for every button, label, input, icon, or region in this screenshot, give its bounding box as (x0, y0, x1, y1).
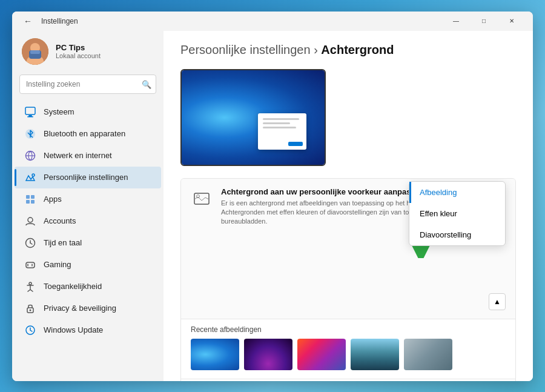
persoonlijk-icon (24, 171, 36, 184)
svg-point-24 (31, 264, 33, 265)
sidebar-item-persoonlijk[interactable]: Persoonlijke instellingen (15, 167, 161, 188)
thumbnail-2[interactable] (244, 339, 292, 370)
sidebar-item-privacy[interactable]: Privacy & beveiliging (15, 297, 161, 319)
avatar-svg (22, 38, 48, 65)
privacy-label: Privacy & beveiliging (44, 304, 116, 313)
preview-line-1 (263, 118, 299, 120)
user-info: PC Tips Lokaal account (56, 43, 101, 59)
window-controls: — □ ✕ (442, 12, 526, 31)
sidebar-item-update[interactable]: Windows Update (15, 319, 161, 341)
svg-rect-15 (31, 200, 35, 204)
choose-photo-row: Een foto kiezen Door foto's bladeren (181, 379, 515, 381)
user-name: PC Tips (56, 43, 101, 52)
svg-rect-30 (194, 193, 209, 204)
sidebar: PC Tips Lokaal account 🔍 Systeem Bluet (12, 31, 164, 381)
privacy-icon (24, 302, 36, 314)
svg-rect-13 (31, 195, 35, 199)
gaming-label: Gaming (44, 260, 71, 269)
sidebar-item-netwerk[interactable]: Netwerk en internet (15, 145, 161, 167)
preview-button (288, 142, 303, 146)
accounts-icon (24, 215, 36, 227)
sidebar-item-gaming[interactable]: Gaming (15, 254, 161, 276)
apps-label: Apps (44, 194, 62, 204)
tijd-label: Tijd en taal (44, 238, 82, 247)
tijd-icon (24, 237, 36, 249)
user-profile: PC Tips Lokaal account (12, 31, 164, 75)
svg-rect-5 (25, 107, 35, 115)
close-button[interactable]: ✕ (498, 12, 526, 31)
sidebar-item-accounts[interactable]: Accounts (15, 210, 161, 232)
preview-line-3 (263, 127, 296, 128)
svg-point-26 (29, 282, 31, 285)
thumbnail-5[interactable] (404, 339, 452, 370)
sidebar-item-systeem[interactable]: Systeem (15, 101, 161, 123)
systeem-icon (24, 106, 36, 118)
dropdown-menu: Afbeelding Effen kleur Diavoorstelling (409, 181, 506, 246)
thumbnail-4[interactable] (351, 339, 399, 370)
svg-point-11 (32, 174, 35, 176)
breadcrumb: Persoonlijke instellingen › Achtergrond (180, 43, 516, 57)
minimize-button[interactable]: — (442, 12, 470, 31)
main-content: Persoonlijke instellingen › Achtergrond (164, 31, 533, 381)
dropdown-option-effen[interactable]: Effen kleur (409, 203, 505, 224)
persoonlijk-label: Persoonlijke instellingen (44, 173, 128, 182)
svg-rect-6 (28, 115, 32, 116)
bg-section-header: Achtergrond aan uw persoonlijke voorkeur… (181, 179, 515, 319)
recent-label: Recente afbeeldingen (181, 319, 515, 339)
background-section-card: Achtergrond aan uw persoonlijke voorkeur… (180, 178, 516, 381)
svg-rect-14 (26, 200, 30, 204)
thumbnails-row (181, 339, 515, 379)
bluetooth-icon (24, 128, 36, 140)
svg-rect-12 (26, 195, 30, 199)
update-icon (24, 324, 36, 336)
wallpaper-preview (180, 69, 326, 166)
netwerk-label: Netwerk en internet (44, 151, 112, 160)
sidebar-item-apps[interactable]: Apps (15, 188, 161, 210)
thumbnail-1[interactable] (191, 339, 239, 370)
svg-rect-20 (26, 262, 35, 268)
dropdown-option-diavoorstelling[interactable]: Diavoorstelling (409, 224, 505, 245)
dropdown-chevron[interactable]: ▲ (489, 293, 506, 310)
svg-line-19 (30, 243, 32, 244)
back-icon: ← (24, 16, 32, 26)
netwerk-icon (24, 150, 36, 162)
preview-window (258, 113, 306, 150)
window-title: Instellingen (41, 17, 442, 25)
update-label: Windows Update (44, 325, 103, 334)
sidebar-item-bluetooth[interactable]: Bluetooth en apparaten (15, 123, 161, 145)
svg-point-25 (31, 265, 33, 266)
avatar (22, 38, 48, 65)
svg-point-16 (28, 218, 33, 222)
svg-rect-4 (30, 50, 40, 54)
apps-icon (24, 193, 36, 205)
bluetooth-label: Bluetooth en apparaten (44, 129, 125, 138)
maximize-button[interactable]: □ (470, 12, 498, 31)
preview-line-2 (263, 122, 290, 124)
sidebar-item-toegankelijkheid[interactable]: Toegankelijkheid (15, 276, 161, 297)
bg-icon (191, 188, 213, 210)
toegankelijkheid-label: Toegankelijkheid (44, 282, 102, 291)
svg-rect-7 (27, 116, 33, 118)
titlebar: ← Instellingen — □ ✕ (12, 12, 533, 31)
dropdown-container: Afbeelding Effen kleur Diavoorstelling ▲ (489, 187, 506, 310)
svg-point-31 (197, 194, 200, 198)
systeem-label: Systeem (44, 107, 74, 116)
search-icon: 🔍 (142, 79, 151, 88)
svg-point-28 (30, 309, 31, 311)
breadcrumb-current: Achtergrond (321, 43, 394, 56)
breadcrumb-parent: Persoonlijke instellingen (180, 43, 311, 56)
toegankelijkheid-icon (24, 281, 36, 293)
search-box: 🔍 (19, 75, 156, 94)
search-input[interactable] (19, 75, 156, 94)
accounts-label: Accounts (44, 216, 76, 225)
thumbnail-3[interactable] (297, 339, 346, 370)
back-button[interactable]: ← (19, 13, 36, 30)
dropdown-option-afbeelding[interactable]: Afbeelding (409, 182, 505, 203)
breadcrumb-separator: › (314, 43, 321, 56)
sidebar-item-tijd[interactable]: Tijd en taal (15, 232, 161, 254)
user-type: Lokaal account (56, 52, 101, 59)
content-area: PC Tips Lokaal account 🔍 Systeem Bluet (12, 31, 533, 381)
gaming-icon (24, 259, 36, 271)
